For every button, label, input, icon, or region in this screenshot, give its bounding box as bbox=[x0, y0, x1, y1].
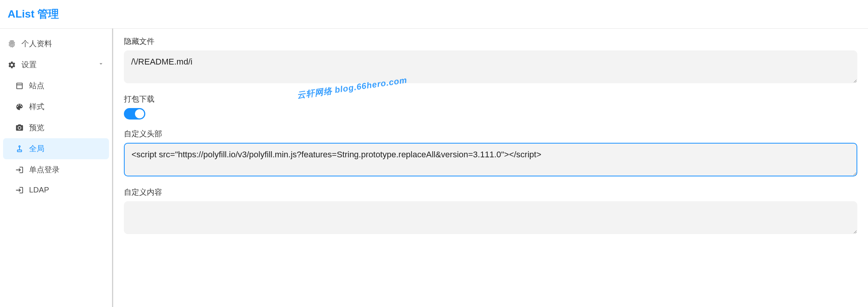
hidden-files-input[interactable] bbox=[124, 50, 857, 83]
main-content: 隐藏文件 云轩网络 blog.66hero.com 打包下载 自定义头部 自定义… bbox=[113, 29, 868, 307]
app-title: AList 管理 bbox=[8, 7, 59, 21]
layout: 个人资料 设置 站点 样式 预览 bbox=[0, 29, 868, 307]
sidebar-item-site[interactable]: 站点 bbox=[3, 75, 109, 96]
sidebar-item-label: LDAP bbox=[29, 186, 104, 194]
login-icon bbox=[15, 186, 24, 194]
sidebar-item-label: 样式 bbox=[29, 102, 104, 112]
header: AList 管理 bbox=[0, 0, 868, 29]
gear-icon bbox=[8, 61, 16, 69]
sidebar-item-label: 站点 bbox=[29, 81, 104, 91]
sidebar-item-preview[interactable]: 预览 bbox=[3, 117, 109, 138]
camera-icon bbox=[15, 124, 24, 132]
joystick-icon bbox=[15, 145, 24, 153]
sidebar-item-label: 预览 bbox=[29, 123, 104, 133]
package-download-toggle[interactable] bbox=[124, 108, 145, 120]
sidebar-item-settings[interactable]: 设置 bbox=[3, 54, 109, 75]
sidebar-item-sso[interactable]: 单点登录 bbox=[3, 159, 109, 180]
fingerprint-icon bbox=[8, 40, 16, 48]
sidebar-item-style[interactable]: 样式 bbox=[3, 96, 109, 117]
field-label-custom-head: 自定义头部 bbox=[124, 129, 857, 139]
sidebar-item-label: 设置 bbox=[21, 60, 92, 70]
sidebar-item-global[interactable]: 全局 bbox=[3, 138, 109, 159]
chevron-down-icon bbox=[98, 60, 104, 69]
sidebar-item-profile[interactable]: 个人资料 bbox=[3, 33, 109, 54]
sidebar-item-ldap[interactable]: LDAP bbox=[3, 180, 109, 200]
field-label-hidden-files: 隐藏文件 bbox=[124, 36, 857, 47]
custom-content-input[interactable] bbox=[124, 201, 857, 234]
field-label-custom-content: 自定义内容 bbox=[124, 187, 857, 197]
palette-icon bbox=[15, 103, 24, 111]
login-icon bbox=[15, 166, 24, 174]
toggle-knob bbox=[135, 109, 144, 118]
custom-head-input[interactable] bbox=[124, 143, 857, 176]
sidebar: 个人资料 设置 站点 样式 预览 bbox=[0, 29, 113, 307]
sidebar-item-label: 全局 bbox=[29, 144, 104, 154]
field-label-package-download: 打包下载 bbox=[124, 94, 857, 104]
sidebar-item-label: 个人资料 bbox=[21, 39, 104, 49]
window-icon bbox=[15, 82, 24, 90]
sidebar-item-label: 单点登录 bbox=[29, 165, 104, 175]
